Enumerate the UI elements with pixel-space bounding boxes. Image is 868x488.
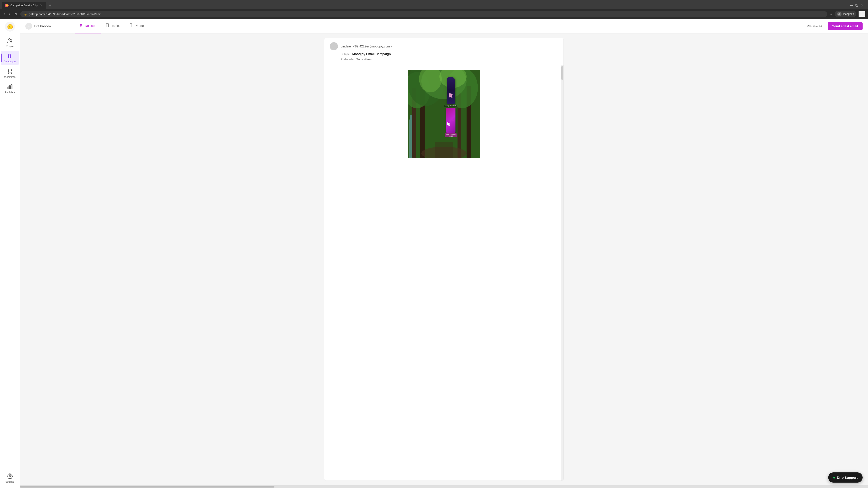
sidebar-item-analytics[interactable]: Analytics [1,81,19,96]
browser-menu-button[interactable]: ⋮ [859,11,865,17]
email-hero-image: 行者滝 Gyoja Taki Fall ← 不動滝 [408,70,480,158]
svg-point-8 [11,72,12,73]
window-controls: ─ ⧉ ✕ [847,3,866,8]
svg-rect-34 [409,120,410,158]
tab-bar: 🙂 Campaign Email · Drip ✕ + ─ ⧉ ✕ [0,0,868,9]
tablet-icon [105,23,110,28]
address-text: getdrip.com/7641396/broadcasts/318674615… [29,12,101,16]
sidebar-nav: People Campaigns [0,33,20,471]
preview-tabs: 🖥 Desktop Tablet Phone [75,19,148,33]
sidebar-item-people[interactable]: People [1,35,19,50]
preheader-label: Preheader [341,58,354,61]
email-scrollbar[interactable] [561,65,563,481]
exit-preview-button[interactable]: ← Exit Preview [25,23,51,30]
svg-rect-14 [11,85,12,89]
sidebar-item-label-analytics: Analytics [5,91,15,94]
tab-close-button[interactable]: ✕ [39,4,43,7]
email-content: 行者滝 Gyoja Taki Fall ← 不動滝 [324,65,563,162]
people-icon [7,37,13,44]
email-body: 行者滝 Gyoja Taki Fall ← 不動滝 [324,65,563,481]
analytics-icon [7,84,13,90]
bottom-scrollbar-thumb [20,486,274,488]
incognito-badge[interactable]: Incognito [835,11,856,17]
tab-tablet[interactable]: Tablet [101,19,124,33]
main-content: ← Exit Preview 🖥 Desktop Tablet [20,19,868,488]
sidebar-item-label-people: People [6,45,13,47]
sender-avatar [330,42,338,51]
sidebar-bottom: Settings [1,471,19,485]
svg-point-7 [8,72,9,73]
address-bar: ‹ › ↻ 🔒 getdrip.com/7641396/broadcasts/3… [0,9,868,19]
app: 🙂 People [0,19,868,488]
incognito-label: Incognito [843,12,854,15]
sidebar-item-label-workflows: Workflows [4,75,16,78]
svg-point-6 [11,69,12,70]
minimize-button[interactable]: ─ [850,3,852,7]
sign-arrow: ← [451,118,455,123]
svg-point-5 [8,69,9,70]
close-window-button[interactable]: ✕ [861,3,864,8]
bottom-scrollbar[interactable] [20,485,868,488]
workflows-icon [7,68,13,74]
phone-icon [129,23,133,28]
exit-preview-label: Exit Preview [34,24,51,28]
settings-icon [7,473,13,480]
send-test-email-button[interactable]: Send a test email [828,22,863,30]
forward-button[interactable]: › [8,11,11,17]
svg-rect-18 [130,24,132,27]
active-indicator [1,54,2,62]
sign-top: 行者滝 [447,77,455,104]
email-image-block: 行者滝 Gyoja Taki Fall ← 不動滝 [408,70,480,158]
sign-post-group: 行者滝 Gyoja Taki Fall ← 不動滝 [444,77,457,155]
tab-tablet-label: Tablet [111,24,120,28]
bookmark-button[interactable]: ☆ [829,12,833,16]
svg-point-3 [8,39,10,40]
email-container: Lindsay, <89f4222e@moodjoy.com> Subject … [324,38,564,481]
reload-button[interactable]: ↻ [13,11,18,17]
preview-as-button[interactable]: Preview as [807,24,822,28]
email-preview-wrapper: Lindsay, <89f4222e@moodjoy.com> Subject … [20,33,868,485]
tab-desktop-label: Desktop [85,24,96,28]
subject-value: Moodjoy Email Campaign [352,52,391,56]
tab-phone[interactable]: Phone [124,19,148,33]
sidebar-item-label-campaigns: Campaigns [4,60,16,63]
subject-row: Subject Moodjoy Email Campaign [330,52,558,56]
svg-rect-12 [8,87,8,89]
browser-chrome: 🙂 Campaign Email · Drip ✕ + ─ ⧉ ✕ ‹ › ↻ … [0,0,868,19]
sign-bottom: ← 不動滝 [446,108,456,133]
restore-button[interactable]: ⧉ [855,3,858,7]
sidebar-item-settings[interactable]: Settings [1,471,19,485]
sidebar-item-label-settings: Settings [5,480,14,483]
tab-favicon: 🙂 [5,4,8,7]
sign-bottom-text: Fudo Taki Fall100M [445,133,457,137]
sidebar: 🙂 People [0,19,20,488]
campaigns-icon [7,53,13,59]
email-header-top: Lindsay, <89f4222e@moodjoy.com> [330,42,558,51]
sidebar-item-campaigns[interactable]: Campaigns [1,51,19,65]
sign-subtitle: Gyoja Taki Fall [444,105,457,107]
subject-label: Subject [341,53,350,56]
svg-point-4 [10,39,11,40]
tab-desktop[interactable]: 🖥 Desktop [75,19,101,33]
drip-support-label: Drip Support [837,476,858,480]
tab-title: Campaign Email · Drip [10,4,37,7]
drip-support-button[interactable]: Drip Support [828,473,863,483]
svg-text:🙂: 🙂 [7,24,13,30]
address-input[interactable]: 🔒 getdrip.com/7641396/broadcasts/3186746… [20,11,827,17]
new-tab-button[interactable]: + [47,2,53,9]
drip-logo[interactable]: 🙂 [5,22,15,32]
support-online-indicator [833,477,835,479]
address-actions: ☆ Incognito ⋮ [829,11,865,17]
back-arrow-icon: ← [25,23,32,30]
active-tab[interactable]: 🙂 Campaign Email · Drip ✕ [2,2,46,9]
svg-rect-33 [410,115,412,158]
scrollbar-thumb [561,66,563,80]
top-bar: ← Exit Preview 🖥 Desktop Tablet [20,19,868,33]
back-button[interactable]: ‹ [3,11,6,17]
preheader-value: Subscribers [356,58,372,61]
sender-email: Lindsay, <89f4222e@moodjoy.com> [341,44,392,48]
preheader-row: Preheader Subscribers [330,58,558,61]
sidebar-item-workflows[interactable]: Workflows [1,66,19,80]
desktop-icon: 🖥 [79,24,83,28]
email-header: Lindsay, <89f4222e@moodjoy.com> Subject … [324,38,563,65]
